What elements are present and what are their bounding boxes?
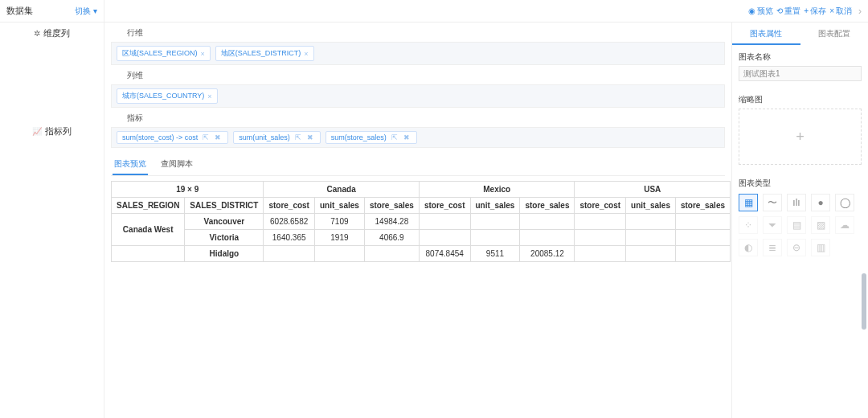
- measures-well[interactable]: sum(store_cost) -> cost⇱✖sum(unit_sales)…: [111, 127, 725, 148]
- chip[interactable]: 区域(SALES_REGION)×: [117, 46, 211, 61]
- topbar-actions: ◉ 预览 ⟲ 重置 + 保存 × 取消 ›: [104, 6, 868, 17]
- chip-delete-icon[interactable]: ✖: [213, 133, 223, 141]
- collapse-right-icon[interactable]: ›: [858, 6, 862, 17]
- chart-type-bubble[interactable]: ⁘: [739, 216, 758, 234]
- chip-pop-icon[interactable]: ⇱: [293, 133, 303, 141]
- cancel-button[interactable]: × 取消: [829, 6, 852, 17]
- table-row: Canada WestVancouver6028.6582710914984.2…: [112, 214, 731, 230]
- chart-type-ring[interactable]: ◯: [835, 194, 854, 211]
- center: 行维 区域(SALES_REGION)×地区(SALES_DISTRICT)× …: [104, 23, 731, 418]
- chart-type-grid2[interactable]: ≣: [763, 239, 782, 256]
- value-cell: [575, 230, 626, 246]
- value-cell: [626, 230, 676, 246]
- dataset-header: 数据集 切换 ▾: [0, 0, 104, 22]
- value-col-header: unit_sales: [626, 198, 676, 214]
- chart-name-input[interactable]: [739, 66, 862, 81]
- chart-type-table[interactable]: ▦: [739, 194, 758, 211]
- zone-cols: 列维 城市(SALES_COUNTRY)×: [111, 70, 725, 108]
- value-cell: [314, 246, 364, 262]
- chart-type-pie[interactable]: ⊖: [787, 239, 806, 256]
- chip[interactable]: sum(store_cost) -> cost⇱✖: [117, 131, 228, 144]
- value-cell: 8074.8454: [419, 246, 470, 262]
- value-cell: [575, 246, 626, 262]
- district-cell: Victoria: [185, 230, 264, 246]
- chip-label: sum(store_cost) -> cost: [122, 133, 198, 141]
- right-panel: 图表属性 图表配置 图表名称 缩略图 + 图表类型 ▦〜ılı●◯⁘⏷▤▨☁◐≣…: [731, 23, 868, 418]
- value-cell: [675, 230, 730, 246]
- value-col-header: unit_sales: [470, 198, 520, 214]
- chart-type-funnel[interactable]: ⏷: [763, 216, 782, 234]
- chip[interactable]: 城市(SALES_COUNTRY)×: [117, 88, 218, 104]
- chip-label: 城市(SALES_COUNTRY): [122, 91, 204, 101]
- tab-script[interactable]: 查阅脚本: [159, 154, 194, 175]
- chart-type-stack[interactable]: ▥: [811, 239, 830, 256]
- vertical-scrollbar[interactable]: [862, 273, 866, 330]
- chip-pop-icon[interactable]: ⇱: [201, 133, 211, 141]
- value-col-header: store_sales: [675, 198, 730, 214]
- region-cell: [112, 246, 185, 262]
- chip-remove-icon[interactable]: ×: [201, 50, 205, 58]
- chart-type-cloud[interactable]: ☁: [835, 216, 854, 234]
- dataset-label: 数据集: [6, 5, 33, 17]
- chip-pop-icon[interactable]: ⇱: [390, 133, 399, 141]
- chart-type-gauge[interactable]: ◐: [739, 239, 758, 256]
- chart-type-scatter[interactable]: ●: [811, 194, 830, 211]
- row-dim-header: SALES_DISTRICT: [185, 198, 264, 214]
- value-cell: [626, 246, 676, 262]
- pivot-table: 19 × 9CanadaMexicoUSASALES_REGIONSALES_D…: [111, 181, 731, 262]
- value-cell: [419, 230, 470, 246]
- col-group: USA: [575, 182, 731, 198]
- sidebar: ✲维度列 📈指标列: [0, 23, 104, 418]
- table-row: Victoria1640.36519194066.9: [112, 230, 731, 246]
- region-cell: Canada West: [112, 214, 185, 246]
- chip-remove-icon[interactable]: ×: [304, 50, 308, 58]
- preview-button[interactable]: ◉ 预览: [748, 6, 773, 17]
- chip-label: sum(unit_sales): [239, 133, 290, 141]
- cols-well[interactable]: 城市(SALES_COUNTRY)×: [111, 84, 725, 108]
- value-cell: 4066.9: [364, 230, 419, 246]
- chip-delete-icon[interactable]: ✖: [305, 133, 315, 141]
- right-tabs: 图表属性 图表配置: [732, 23, 868, 45]
- col-group: Mexico: [419, 182, 575, 198]
- zone-cols-label: 列维: [127, 70, 725, 81]
- sidebar-metric-section[interactable]: 📈指标列: [0, 121, 104, 142]
- district-cell: Vancouver: [185, 214, 264, 230]
- tab-preview[interactable]: 图表预览: [113, 154, 148, 175]
- rtab-config[interactable]: 图表配置: [800, 23, 869, 45]
- switch-dataset-link[interactable]: 切换 ▾: [75, 6, 97, 17]
- chart-type-area[interactable]: ▨: [811, 216, 830, 234]
- value-cell: [520, 230, 575, 246]
- value-cell: [470, 214, 520, 230]
- sidebar-dim-section[interactable]: ✲维度列: [0, 23, 104, 44]
- value-col-header: store_cost: [264, 198, 315, 214]
- chip-remove-icon[interactable]: ×: [207, 92, 211, 100]
- value-cell: [520, 214, 575, 230]
- rtab-attrs[interactable]: 图表属性: [732, 23, 800, 45]
- value-cell: 20085.12: [520, 246, 575, 262]
- chart-type-bar[interactable]: ılı: [787, 194, 806, 211]
- value-cell: [575, 214, 626, 230]
- chip-delete-icon[interactable]: ✖: [402, 133, 411, 141]
- col-group: Canada: [264, 182, 420, 198]
- save-button[interactable]: + 保存: [804, 6, 826, 17]
- value-cell: 6028.6582: [264, 214, 315, 230]
- table-row: Hidalgo8074.8454951120085.12: [112, 246, 731, 262]
- chart-name-label: 图表名称: [739, 51, 862, 63]
- rows-well[interactable]: 区域(SALES_REGION)×地区(SALES_DISTRICT)×: [111, 42, 725, 65]
- chart-type-grid: ▦〜ılı●◯⁘⏷▤▨☁◐≣⊖▥: [739, 194, 862, 256]
- chart-type-heat[interactable]: ▤: [787, 216, 806, 234]
- thumb-add[interactable]: +: [739, 109, 862, 165]
- chip-label: 区域(SALES_REGION): [122, 48, 198, 59]
- value-cell: 14984.28: [364, 214, 419, 230]
- chart-type-label: 图表类型: [739, 178, 862, 189]
- reset-button[interactable]: ⟲ 重置: [776, 6, 800, 17]
- value-cell: [264, 246, 315, 262]
- zone-rows: 行维 区域(SALES_REGION)×地区(SALES_DISTRICT)×: [111, 27, 725, 65]
- chip[interactable]: 地区(SALES_DISTRICT)×: [215, 46, 314, 61]
- chip[interactable]: sum(unit_sales)⇱✖: [233, 131, 321, 144]
- thumb-label: 缩略图: [739, 94, 862, 105]
- chip[interactable]: sum(store_sales)⇱✖: [326, 131, 417, 144]
- zone-rows-label: 行维: [127, 27, 725, 39]
- value-col-header: store_cost: [419, 198, 470, 214]
- chart-type-line[interactable]: 〜: [763, 194, 782, 211]
